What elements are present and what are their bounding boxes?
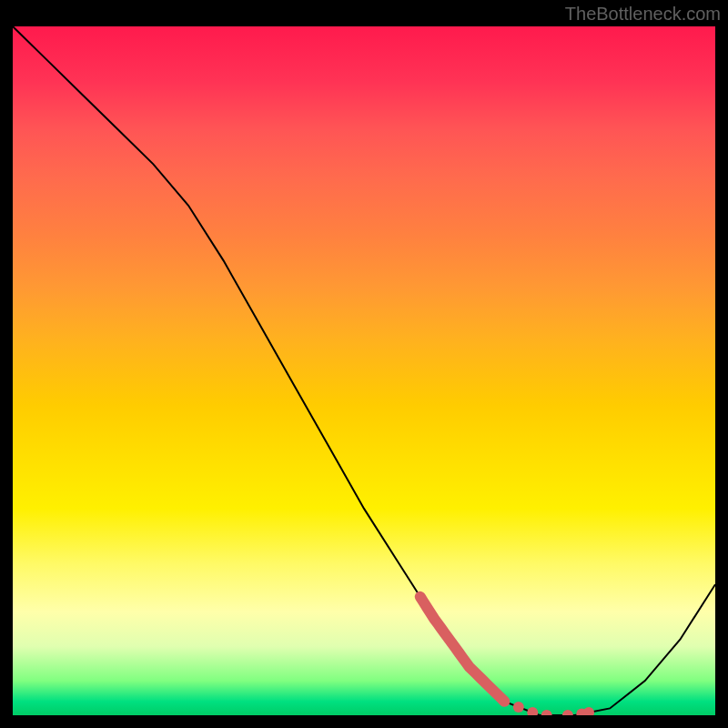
svg-point-0 bbox=[513, 702, 524, 713]
svg-point-2 bbox=[541, 710, 552, 715]
red-dot-cluster bbox=[13, 26, 715, 715]
svg-point-5 bbox=[583, 707, 594, 715]
watermark-text: TheBottleneck.com bbox=[565, 4, 721, 25]
svg-point-1 bbox=[527, 707, 538, 715]
chart-plot-area bbox=[13, 26, 715, 715]
svg-point-3 bbox=[562, 710, 573, 715]
